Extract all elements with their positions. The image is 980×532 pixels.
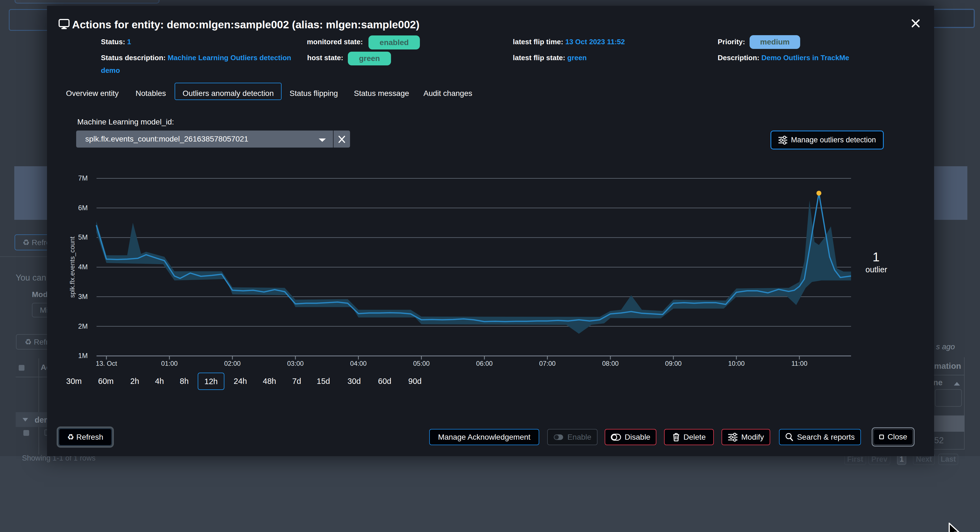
svg-text:6M: 6M	[78, 204, 88, 211]
svg-text:2M: 2M	[78, 322, 88, 330]
svg-text:02:00: 02:00	[224, 360, 240, 367]
svg-text:07:00: 07:00	[539, 360, 556, 367]
svg-text:06:00: 06:00	[476, 360, 493, 367]
svg-text:04:00: 04:00	[350, 360, 366, 367]
svg-text:05:00: 05:00	[413, 360, 430, 367]
svg-text:01:00: 01:00	[161, 360, 178, 367]
svg-text:10:00: 10:00	[728, 360, 745, 367]
svg-text:11:00: 11:00	[791, 360, 807, 367]
svg-text:5M: 5M	[78, 233, 88, 241]
svg-text:1M: 1M	[78, 352, 88, 359]
svg-text:splk.flx.events_count: splk.flx.events_count	[68, 236, 76, 298]
svg-text:3M: 3M	[78, 293, 88, 300]
svg-text:7M: 7M	[78, 174, 88, 182]
svg-text:4M: 4M	[78, 263, 88, 271]
svg-text:09:00: 09:00	[665, 360, 682, 367]
svg-text:13. Oct: 13. Oct	[96, 360, 117, 367]
svg-text:08:00: 08:00	[602, 360, 619, 367]
svg-text:03:00: 03:00	[287, 360, 304, 367]
